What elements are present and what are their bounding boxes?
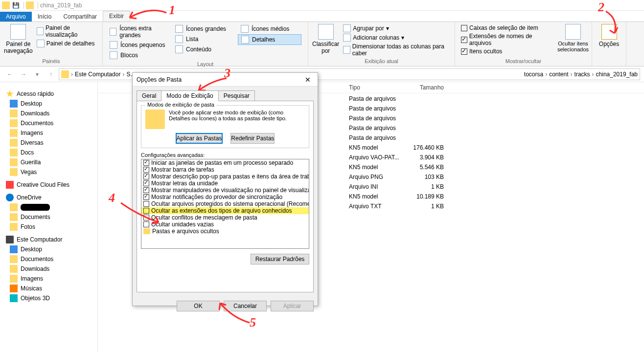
col-type[interactable]: Tipo bbox=[345, 82, 409, 93]
add-columns-button[interactable]: Adicionar colunas ▾ bbox=[341, 33, 451, 42]
hide-selected-button[interactable]: Ocultar itens selecionados bbox=[558, 24, 588, 55]
sidebar: Acesso rápido Desktop Downloads Document… bbox=[0, 82, 98, 352]
up-button[interactable]: ↑ bbox=[45, 68, 57, 80]
close-icon[interactable]: ✕ bbox=[302, 74, 314, 86]
sidebar-item[interactable]: Documentos bbox=[0, 254, 97, 264]
apply-button[interactable]: Aplicar bbox=[271, 301, 314, 311]
window-title: china_2019_fab bbox=[40, 2, 82, 9]
sidebar-item[interactable]: Desktop bbox=[0, 99, 97, 109]
advanced-setting-item[interactable]: Ocultar arquivos protegidos do sistema o… bbox=[141, 200, 309, 207]
layout-xl[interactable]: Ícones extra grandes bbox=[107, 24, 170, 40]
options-icon bbox=[601, 24, 617, 40]
advanced-setting-item[interactable]: Ocultar conflitos de mesclagem de pasta bbox=[141, 214, 309, 221]
advanced-setting-item[interactable]: Mostrar descrição pop-up para pastas e i… bbox=[141, 173, 309, 180]
sidebar-item[interactable]: Vegas bbox=[0, 167, 97, 177]
nav-pane-button[interactable]: Painel de navegação bbox=[4, 24, 33, 54]
layout-lg[interactable]: Ícones grandes bbox=[172, 24, 236, 34]
sort-button[interactable]: Classificar por bbox=[312, 24, 339, 57]
sidebar-item[interactable]: Guerilla bbox=[0, 157, 97, 167]
advanced-setting-item[interactable]: Mostrar manipuladores de visualização no… bbox=[141, 187, 309, 194]
advanced-setting-item[interactable]: Pastas e arquivos ocultos bbox=[141, 228, 309, 235]
restore-defaults-button[interactable]: Restaurar Padrões bbox=[251, 254, 309, 264]
col-size[interactable]: Tamanho bbox=[409, 82, 448, 93]
sidebar-item[interactable]: Documents bbox=[0, 212, 97, 222]
checkbox-hidden[interactable]: Itens ocultos bbox=[459, 47, 556, 55]
advanced-setting-item[interactable]: Iniciar as janelas de pastas em um proce… bbox=[141, 159, 309, 166]
advanced-label: Configurações avançadas: bbox=[141, 152, 309, 158]
tab-share[interactable]: Compartilhar bbox=[57, 12, 103, 22]
sidebar-item[interactable]: Imagens bbox=[0, 128, 97, 138]
tab-home[interactable]: Início bbox=[32, 12, 58, 22]
title-bar: 💾 china_2019_fab bbox=[0, 0, 644, 11]
dialog-tab-general[interactable]: Geral bbox=[137, 90, 161, 101]
checkbox-extensions[interactable]: Extensões de nomes de arquivos bbox=[459, 32, 556, 47]
group-by-button[interactable]: Agrupar por ▾ bbox=[341, 24, 451, 33]
dialog-tab-search[interactable]: Pesquisar bbox=[218, 90, 255, 101]
group-current-title: Exibição atual bbox=[312, 57, 451, 64]
preview-pane-icon bbox=[37, 27, 44, 35]
layout-tiles[interactable]: Blocos bbox=[107, 50, 170, 60]
save-icon[interactable]: 💾 bbox=[12, 1, 20, 9]
options-button[interactable]: Opções bbox=[596, 24, 622, 47]
back-button[interactable]: ← bbox=[4, 68, 16, 80]
layout-sm[interactable]: Ícones pequenos bbox=[107, 40, 170, 50]
sidebar-item[interactable]: Imagens bbox=[0, 274, 97, 284]
layout-details[interactable]: Detalhes bbox=[238, 34, 301, 45]
sidebar-item[interactable]: Objetos 3D bbox=[0, 293, 97, 303]
sidebar-item[interactable]: Desktop bbox=[0, 244, 97, 254]
folder-options-dialog: Opções de Pasta ✕ Geral Modo de Exibição… bbox=[132, 72, 318, 306]
ribbon: Painel de navegação Painel de visualizaç… bbox=[0, 22, 644, 66]
sidebar-onedrive[interactable]: OneDrive bbox=[0, 193, 97, 202]
sidebar-item[interactable]: Músicas bbox=[0, 284, 97, 293]
sidebar-item[interactable]: Downloads bbox=[0, 109, 97, 118]
checkbox-items[interactable]: Caixas de seleção de item bbox=[459, 24, 556, 32]
advanced-settings[interactable]: Iniciar as janelas de pastas em um proce… bbox=[141, 159, 309, 249]
hide-icon bbox=[565, 24, 581, 40]
reset-folders-button[interactable]: Redefinir Pastas bbox=[230, 133, 275, 144]
sidebar-item[interactable]: Docs bbox=[0, 148, 97, 157]
advanced-setting-item[interactable]: Mostrar barra de tarefas bbox=[141, 166, 309, 173]
ribbon-tabs: Arquivo Início Compartilhar Exibir bbox=[0, 11, 644, 22]
layout-list[interactable]: Lista bbox=[172, 34, 236, 44]
details-pane-button[interactable]: Painel de detalhes bbox=[35, 39, 98, 48]
folder-icon bbox=[2, 1, 10, 9]
forward-button[interactable]: → bbox=[18, 68, 29, 80]
layout-md[interactable]: Ícones médios bbox=[238, 24, 301, 34]
folder-icon bbox=[145, 110, 165, 129]
preview-pane-button[interactable]: Painel de visualização bbox=[35, 24, 98, 39]
ok-button[interactable]: OK bbox=[177, 301, 220, 311]
apply-folders-button[interactable]: Aplicar às Pastas bbox=[176, 133, 223, 144]
fit-columns-button[interactable]: Dimensionar todas as colunas para caber bbox=[341, 43, 451, 57]
sidebar-item[interactable]: Downloads bbox=[0, 264, 97, 274]
group-showhide-title: Mostrar/ocultar bbox=[459, 57, 588, 64]
advanced-setting-item[interactable]: Mostrar letras da unidade bbox=[141, 180, 309, 187]
sidebar-creative-cloud[interactable]: Creative Cloud Files bbox=[0, 180, 97, 190]
group-panes-title: Painéis bbox=[4, 57, 98, 64]
sidebar-item[interactable]: Fotos bbox=[0, 222, 97, 232]
dialog-tab-view[interactable]: Modo de Exibição bbox=[161, 90, 218, 101]
advanced-setting-item[interactable]: Ocultar unidades vazias bbox=[141, 221, 309, 228]
details-pane-icon bbox=[37, 40, 45, 47]
group-layout-title: Layout bbox=[107, 60, 304, 67]
folder-icon bbox=[61, 70, 69, 78]
tab-file[interactable]: Arquivo bbox=[0, 12, 32, 22]
sidebar-item[interactable]: Documentos bbox=[0, 118, 97, 128]
address-bar: ← → ▾ ↑ › Este Computador› S… tocorsa› c… bbox=[0, 66, 644, 82]
sidebar-this-pc[interactable]: Este Computador bbox=[0, 235, 97, 244]
advanced-setting-item[interactable]: Ocultar as extensões dos tipos de arquiv… bbox=[141, 207, 309, 214]
layout-content[interactable]: Conteúdo bbox=[172, 44, 236, 54]
sidebar-item-redacted[interactable] bbox=[0, 202, 97, 212]
folder-open-icon bbox=[26, 1, 34, 9]
nav-pane-icon bbox=[10, 24, 26, 40]
sort-icon bbox=[318, 24, 334, 40]
sidebar-quick-access[interactable]: Acesso rápido bbox=[0, 89, 97, 99]
folder-views-fieldset: Modos de exibição de pasta Você pode apl… bbox=[141, 105, 309, 148]
dialog-title: Opções de Pasta bbox=[137, 76, 182, 83]
cancel-button[interactable]: Cancelar bbox=[224, 301, 267, 311]
advanced-setting-item[interactable]: Mostrar notificações do provedor de sinc… bbox=[141, 194, 309, 200]
tab-view[interactable]: Exibir bbox=[103, 11, 130, 22]
recent-button[interactable]: ▾ bbox=[31, 68, 43, 80]
sidebar-item[interactable]: Diversas bbox=[0, 138, 97, 148]
